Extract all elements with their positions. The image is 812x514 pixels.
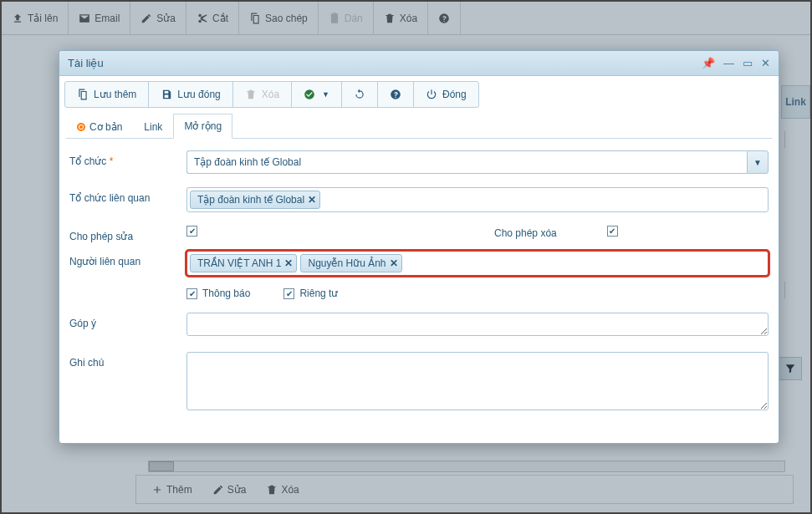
close-button[interactable]: Đóng	[414, 82, 478, 107]
row-feedback: Góp ý	[66, 313, 772, 338]
refresh-button[interactable]	[342, 82, 378, 107]
check-dropdown-button[interactable]: ▼	[292, 82, 342, 107]
power-icon	[426, 89, 437, 100]
row-people: Người liên quan TRẦN VIỆT ANH 1 ✕ Nguyễn…	[66, 251, 772, 299]
chevron-down-icon: ▼	[753, 158, 762, 167]
note-textarea[interactable]	[186, 352, 769, 410]
trash-icon	[245, 89, 257, 100]
label-related-people: Người liên quan	[69, 251, 186, 267]
chevron-down-icon: ▼	[322, 90, 329, 99]
tab-basic[interactable]: Cơ bản	[66, 114, 133, 139]
label-org: Tổ chức *	[69, 150, 186, 167]
notify-checkbox[interactable]	[186, 288, 197, 299]
allow-delete-checkbox[interactable]	[607, 226, 618, 237]
feedback-textarea[interactable]	[186, 313, 769, 336]
people-tagbox[interactable]: TRẦN VIỆT ANH 1 ✕ Nguyễn Hữu Ảnh ✕	[186, 251, 769, 276]
label-note: Ghi chú	[69, 352, 186, 369]
tab-link[interactable]: Link	[133, 114, 173, 139]
label-related-org: Tổ chức liên quan	[69, 187, 186, 204]
modal-title-text: Tài liệu	[68, 57, 104, 69]
minimize-icon[interactable]: —	[723, 57, 734, 69]
label-allow-edit: Cho phép sửa	[69, 226, 186, 242]
save-icon	[161, 89, 172, 100]
tag-person-1: Nguyễn Hữu Ảnh ✕	[300, 254, 401, 272]
row-note: Ghi chú	[66, 352, 772, 413]
modal-titlebar[interactable]: Tài liệu 📌 — ▭ ✕	[59, 51, 779, 76]
document-modal: Tài liệu 📌 — ▭ ✕ Lưu thêm Lưu đóng Xóa	[59, 50, 779, 444]
tag-person-0: TRẦN VIỆT ANH 1 ✕	[190, 254, 297, 272]
tab-bar: Cơ bản Link Mở rộng	[66, 113, 772, 139]
remove-tag-icon[interactable]: ✕	[284, 257, 293, 269]
row-org: Tổ chức * ▼	[66, 150, 772, 174]
restore-icon[interactable]: ▭	[743, 57, 753, 69]
copy-icon	[77, 89, 89, 100]
tag-related-org-0: Tập đoàn kinh tế Global ✕	[190, 191, 320, 209]
modal-toolbar: Lưu thêm Lưu đóng Xóa ▼ Đóng	[59, 76, 779, 113]
private-checkbox[interactable]	[283, 288, 294, 299]
label-feedback: Góp ý	[69, 313, 186, 329]
remove-tag-icon[interactable]: ✕	[308, 194, 316, 206]
help-button[interactable]	[378, 82, 414, 107]
label-private: Riêng tư	[299, 288, 338, 299]
pin-icon[interactable]: 📌	[702, 57, 715, 69]
remove-tag-icon[interactable]: ✕	[390, 257, 398, 269]
save-close-button[interactable]: Lưu đóng	[149, 82, 232, 107]
close-icon[interactable]: ✕	[761, 57, 770, 69]
related-org-tagbox[interactable]: Tập đoàn kinh tế Global ✕	[186, 187, 769, 212]
save-more-button[interactable]: Lưu thêm	[65, 82, 149, 107]
tab-extended[interactable]: Mở rộng	[173, 114, 232, 139]
label-allow-delete: Cho phép xóa	[494, 226, 557, 239]
modal-body: Cơ bản Link Mở rộng Tổ chức * ▼	[59, 113, 779, 443]
org-select-dropdown[interactable]: ▼	[747, 150, 769, 174]
label-notify: Thông báo	[202, 288, 250, 299]
refresh-icon	[354, 89, 365, 100]
help-icon	[390, 89, 401, 100]
radio-icon	[77, 123, 85, 131]
delete-button[interactable]: Xóa	[233, 82, 292, 107]
row-related-org: Tổ chức liên quan Tập đoàn kinh tế Globa…	[66, 187, 772, 212]
allow-edit-checkbox[interactable]	[186, 226, 197, 237]
org-select-input[interactable]	[186, 150, 747, 174]
row-permissions: Cho phép sửa Cho phép xóa	[66, 226, 772, 242]
check-circle-icon	[304, 89, 315, 100]
